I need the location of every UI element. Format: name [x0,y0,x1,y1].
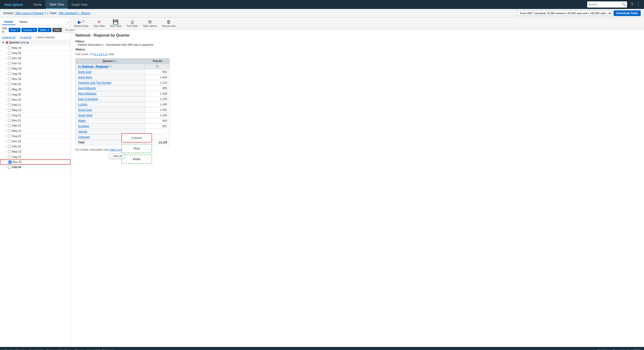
help-link[interactable]: Need Help? [29,349,43,350]
row-label-link[interactable]: South West [78,114,93,117]
drag-handle[interactable]: ≡ [6,93,7,96]
drag-handle[interactable]: ≡ [6,47,7,49]
drag-handle[interactable]: ≡ [6,104,7,106]
item-checkbox[interactable] [8,109,11,112]
column-drop-zone[interactable]: Column [122,133,152,142]
search-input[interactable] [588,3,622,6]
table-link[interactable]: SMI Caseload 1 - Region [59,12,90,15]
item-checkbox-nov23[interactable] [8,161,12,164]
row-label-link[interactable]: London [78,103,88,106]
row-label-link[interactable]: Yorkshire and The Humber [78,81,112,84]
drag-handle[interactable]: ≡ [6,62,7,65]
drag-handle[interactable]: ≡ [6,140,7,142]
item-checkbox[interactable] [8,72,11,75]
dataset-link[interactable]: SMI Loans in Payment [15,12,44,15]
row-label-link[interactable]: Wales [78,119,86,122]
item-checkbox[interactable] [8,150,11,153]
drag-handle[interactable]: ≡ [6,57,7,60]
item-checkbox[interactable] [8,62,11,65]
nav-graph-view[interactable]: Graph View [68,0,91,9]
terms-link[interactable]: Terms and Conditions [46,349,72,350]
item-checkbox[interactable] [8,83,11,86]
add-wafer-button[interactable]: Wafer ▼ [38,28,52,32]
item-checkbox[interactable] [8,119,11,122]
item-checkbox[interactable] [8,77,11,80]
remove-item-button[interactable]: 🗑 Remove Item [162,20,176,27]
col-info-icon[interactable]: ℹ [114,60,115,63]
drag-handle[interactable]: ≡ [6,67,7,70]
drag-handle[interactable]: ≡ [6,114,7,117]
add-row-button[interactable]: Row ▼ [9,28,20,32]
drag-handle[interactable]: ≡ [6,130,7,132]
row-label-link[interactable]: South East [78,108,92,112]
nav-home[interactable]: Home [30,0,46,9]
drag-handle[interactable]: ≡ [6,124,7,127]
drag-handle[interactable]: ≡ [6,78,7,80]
row-label-link[interactable]: North West [78,76,92,79]
untick-all-link[interactable]: Un-tick All [20,36,31,39]
item-checkbox[interactable] [8,57,11,60]
row-label-link[interactable]: Scotland [78,125,89,128]
drag-handle[interactable]: ≡ [6,145,7,148]
item-checkbox[interactable] [8,98,11,101]
item-checkbox[interactable] [8,103,11,106]
item-checkbox[interactable] [8,52,11,55]
drag-handle[interactable]: ≡ [6,52,7,54]
sidebar-collapse-icon[interactable]: ‹ [68,19,68,25]
sidebar-scroll[interactable]: ▼ ▦ Quarter ℹ (24) ▶ ≡May-18 ≡Aug-18 ≡No… [0,40,70,347]
export-format-select[interactable]: Excel 2007 (.xlsx)(max 16,384 columns x … [518,11,612,16]
item-checkbox[interactable] [8,134,11,138]
item-checkbox[interactable] [8,145,11,148]
menu-icon[interactable]: ⋮ [634,2,642,7]
accessibility-link[interactable]: Accessibility Statement [87,349,114,350]
row-label-link[interactable]: Unknown [78,135,90,139]
field-info-icon[interactable]: ℹ [20,41,21,44]
drag-handle[interactable]: ≡ [6,83,7,85]
row-label-link[interactable]: East of England [78,97,98,101]
field-arrow-right[interactable]: ▶ [27,41,29,44]
row-header-link[interactable]: << National - Regional [78,65,108,68]
drag-handle[interactable]: ≡ [6,88,7,91]
print-table-button[interactable]: 🖨 Print Table [126,20,138,27]
row-label-link[interactable]: North East [78,70,92,74]
item-checkbox[interactable] [8,114,11,117]
drag-handle[interactable]: ≡ [6,166,7,168]
retrieve-data-button[interactable]: ▶ ↻ Retrieve Data [74,20,88,27]
download-table-button[interactable]: Download Table [614,10,641,16]
item-checkbox[interactable] [8,88,11,91]
row-drop-zone[interactable]: Row [122,144,152,153]
item-checkbox[interactable] [8,140,11,143]
item-checkbox[interactable] [8,124,11,127]
wafer-drop-zone[interactable]: Wafer [122,154,152,164]
drag-handle[interactable]: ≡ [6,161,8,163]
drag-handle[interactable]: ≡ [6,155,7,158]
item-checkbox-feb24[interactable] [8,166,11,169]
drag-handle[interactable]: ≡ [6,109,7,111]
nav-table-view[interactable]: Table View [46,0,68,9]
filter-button[interactable]: Filter [52,28,62,32]
drag-handle[interactable]: ≡ [6,150,7,153]
row-label-link[interactable]: East Midlands [78,87,96,90]
tab-fields[interactable]: Fields [2,19,16,25]
table-options-button[interactable]: ⚙ Table Options [143,20,157,27]
add-column-button[interactable]: Column ▼ [22,28,37,32]
list-item-nov23[interactable]: ≡ Nov-23 [0,159,70,165]
item-checkbox[interactable] [8,93,11,96]
item-checkbox[interactable] [8,67,11,70]
item-checkbox[interactable] [8,129,11,132]
drag-handle[interactable]: ≡ [6,72,7,75]
drag-handle[interactable]: ≡ [6,98,7,101]
drag-handle[interactable]: ≡ [6,135,7,137]
row-label-link[interactable]: Abroad [78,130,87,133]
save-table-button[interactable]: 💾 Save Table [110,20,122,27]
row-label-link[interactable]: West Midlands [78,92,96,95]
tab-tables[interactable]: Tables [16,19,30,25]
search-icon[interactable]: 🔍 [622,3,626,6]
privacy-link[interactable]: Privacy [75,349,84,350]
info-icon[interactable]: ℹ [45,12,46,15]
item-checkbox[interactable] [8,46,11,49]
help-icon[interactable]: ? [630,2,634,7]
clear-table-button[interactable]: ✕ Clear Table [93,20,105,27]
sort-arrows-cell[interactable]: ⇅ [145,64,170,69]
col-sort-icon[interactable]: ⋮ [115,60,118,63]
